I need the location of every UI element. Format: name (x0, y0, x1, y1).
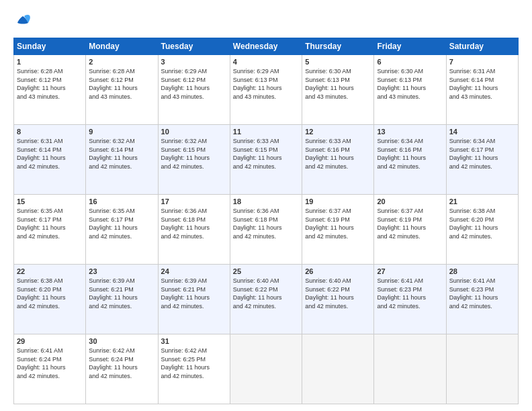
week-row: 1 Sunrise: 6:28 AM Sunset: 6:12 PM Dayli… (14, 55, 519, 125)
day-number: 21 (449, 197, 515, 205)
day-number: 14 (449, 128, 515, 136)
header-row: SundayMondayTuesdayWednesdayThursdayFrid… (14, 38, 519, 55)
day-number: 27 (377, 267, 443, 275)
week-row: 8 Sunrise: 6:31 AM Sunset: 6:14 PM Dayli… (14, 125, 519, 195)
day-number: 9 (89, 128, 154, 136)
day-info: Sunrise: 6:41 AM Sunset: 6:23 PM Dayligh… (377, 277, 443, 310)
day-info: Sunrise: 6:36 AM Sunset: 6:18 PM Dayligh… (233, 207, 299, 240)
day-cell: 18 Sunrise: 6:36 AM Sunset: 6:18 PM Dayl… (230, 195, 302, 265)
day-cell: 8 Sunrise: 6:31 AM Sunset: 6:14 PM Dayli… (14, 125, 86, 195)
day-number: 10 (161, 128, 227, 136)
day-cell (446, 334, 518, 404)
day-number: 23 (89, 267, 154, 275)
day-number: 2 (89, 58, 154, 66)
day-cell: 3 Sunrise: 6:29 AM Sunset: 6:12 PM Dayli… (158, 55, 230, 125)
day-number: 26 (305, 267, 371, 275)
logo (13, 12, 35, 31)
day-number: 11 (233, 128, 299, 136)
day-number: 24 (161, 267, 227, 275)
day-info: Sunrise: 6:40 AM Sunset: 6:22 PM Dayligh… (233, 277, 299, 310)
day-cell (374, 334, 446, 404)
day-cell: 30 Sunrise: 6:42 AM Sunset: 6:24 PM Dayl… (86, 334, 158, 404)
day-info: Sunrise: 6:29 AM Sunset: 6:13 PM Dayligh… (233, 67, 299, 101)
day-cell: 26 Sunrise: 6:40 AM Sunset: 6:22 PM Dayl… (302, 265, 374, 334)
day-number: 3 (161, 58, 227, 66)
day-cell: 14 Sunrise: 6:34 AM Sunset: 6:17 PM Dayl… (446, 125, 518, 195)
day-info: Sunrise: 6:33 AM Sunset: 6:16 PM Dayligh… (305, 137, 371, 171)
day-info: Sunrise: 6:38 AM Sunset: 6:20 PM Dayligh… (449, 207, 515, 240)
day-info: Sunrise: 6:35 AM Sunset: 6:17 PM Dayligh… (89, 207, 154, 240)
day-cell: 29 Sunrise: 6:41 AM Sunset: 6:24 PM Dayl… (14, 334, 86, 404)
day-number: 4 (233, 58, 299, 66)
day-number: 16 (89, 197, 154, 205)
day-number: 25 (233, 267, 299, 275)
header (13, 12, 519, 31)
day-number: 22 (17, 267, 83, 275)
day-cell: 4 Sunrise: 6:29 AM Sunset: 6:13 PM Dayli… (230, 55, 302, 125)
week-row: 29 Sunrise: 6:41 AM Sunset: 6:24 PM Dayl… (14, 334, 519, 404)
day-number: 12 (305, 128, 371, 136)
logo-icon (13, 12, 32, 31)
calendar-header: SundayMondayTuesdayWednesdayThursdayFrid… (14, 38, 519, 55)
day-cell: 31 Sunrise: 6:42 AM Sunset: 6:25 PM Dayl… (158, 334, 230, 404)
day-cell: 9 Sunrise: 6:32 AM Sunset: 6:14 PM Dayli… (86, 125, 158, 195)
day-info: Sunrise: 6:32 AM Sunset: 6:14 PM Dayligh… (89, 137, 154, 171)
day-info: Sunrise: 6:42 AM Sunset: 6:25 PM Dayligh… (161, 347, 227, 380)
day-info: Sunrise: 6:39 AM Sunset: 6:21 PM Dayligh… (89, 277, 154, 310)
day-number: 8 (17, 128, 83, 136)
day-info: Sunrise: 6:30 AM Sunset: 6:13 PM Dayligh… (377, 67, 443, 101)
header-cell-wednesday: Wednesday (230, 38, 302, 55)
day-info: Sunrise: 6:31 AM Sunset: 6:14 PM Dayligh… (17, 137, 83, 171)
week-row: 15 Sunrise: 6:35 AM Sunset: 6:17 PM Dayl… (14, 195, 519, 265)
day-info: Sunrise: 6:37 AM Sunset: 6:19 PM Dayligh… (305, 207, 371, 240)
day-number: 30 (89, 337, 154, 345)
day-cell: 27 Sunrise: 6:41 AM Sunset: 6:23 PM Dayl… (374, 265, 446, 334)
week-row: 22 Sunrise: 6:38 AM Sunset: 6:20 PM Dayl… (14, 265, 519, 334)
day-cell: 7 Sunrise: 6:31 AM Sunset: 6:14 PM Dayli… (446, 55, 518, 125)
day-number: 28 (449, 267, 515, 275)
day-cell: 22 Sunrise: 6:38 AM Sunset: 6:20 PM Dayl… (14, 265, 86, 334)
header-cell-monday: Monday (86, 38, 158, 55)
day-info: Sunrise: 6:29 AM Sunset: 6:12 PM Dayligh… (161, 67, 227, 101)
day-number: 29 (17, 337, 83, 345)
day-number: 19 (305, 197, 371, 205)
day-number: 18 (233, 197, 299, 205)
day-cell: 6 Sunrise: 6:30 AM Sunset: 6:13 PM Dayli… (374, 55, 446, 125)
day-info: Sunrise: 6:42 AM Sunset: 6:24 PM Dayligh… (89, 347, 154, 380)
page: SundayMondayTuesdayWednesdayThursdayFrid… (0, 0, 532, 411)
header-cell-tuesday: Tuesday (158, 38, 230, 55)
day-info: Sunrise: 6:38 AM Sunset: 6:20 PM Dayligh… (17, 277, 83, 310)
day-cell: 23 Sunrise: 6:39 AM Sunset: 6:21 PM Dayl… (86, 265, 158, 334)
day-cell (302, 334, 374, 404)
day-cell: 12 Sunrise: 6:33 AM Sunset: 6:16 PM Dayl… (302, 125, 374, 195)
day-number: 6 (377, 58, 443, 66)
day-info: Sunrise: 6:34 AM Sunset: 6:16 PM Dayligh… (377, 137, 443, 171)
day-info: Sunrise: 6:35 AM Sunset: 6:17 PM Dayligh… (17, 207, 83, 240)
calendar-table: SundayMondayTuesdayWednesdayThursdayFrid… (13, 38, 519, 404)
day-number: 31 (161, 337, 227, 345)
day-number: 1 (17, 58, 83, 66)
day-cell: 16 Sunrise: 6:35 AM Sunset: 6:17 PM Dayl… (86, 195, 158, 265)
day-number: 17 (161, 197, 227, 205)
header-cell-sunday: Sunday (14, 38, 86, 55)
day-cell: 15 Sunrise: 6:35 AM Sunset: 6:17 PM Dayl… (14, 195, 86, 265)
day-cell: 17 Sunrise: 6:36 AM Sunset: 6:18 PM Dayl… (158, 195, 230, 265)
day-number: 15 (17, 197, 83, 205)
day-number: 5 (305, 58, 371, 66)
day-info: Sunrise: 6:30 AM Sunset: 6:13 PM Dayligh… (305, 67, 371, 101)
day-cell (230, 334, 302, 404)
day-cell: 20 Sunrise: 6:37 AM Sunset: 6:19 PM Dayl… (374, 195, 446, 265)
day-cell: 1 Sunrise: 6:28 AM Sunset: 6:12 PM Dayli… (14, 55, 86, 125)
header-cell-thursday: Thursday (302, 38, 374, 55)
calendar-body: 1 Sunrise: 6:28 AM Sunset: 6:12 PM Dayli… (14, 55, 519, 404)
header-cell-friday: Friday (374, 38, 446, 55)
day-info: Sunrise: 6:37 AM Sunset: 6:19 PM Dayligh… (377, 207, 443, 240)
day-info: Sunrise: 6:41 AM Sunset: 6:24 PM Dayligh… (17, 347, 83, 380)
day-cell: 5 Sunrise: 6:30 AM Sunset: 6:13 PM Dayli… (302, 55, 374, 125)
day-info: Sunrise: 6:39 AM Sunset: 6:21 PM Dayligh… (161, 277, 227, 310)
header-cell-saturday: Saturday (446, 38, 518, 55)
day-info: Sunrise: 6:33 AM Sunset: 6:15 PM Dayligh… (233, 137, 299, 171)
day-cell: 25 Sunrise: 6:40 AM Sunset: 6:22 PM Dayl… (230, 265, 302, 334)
day-info: Sunrise: 6:28 AM Sunset: 6:12 PM Dayligh… (17, 67, 83, 101)
day-cell: 21 Sunrise: 6:38 AM Sunset: 6:20 PM Dayl… (446, 195, 518, 265)
